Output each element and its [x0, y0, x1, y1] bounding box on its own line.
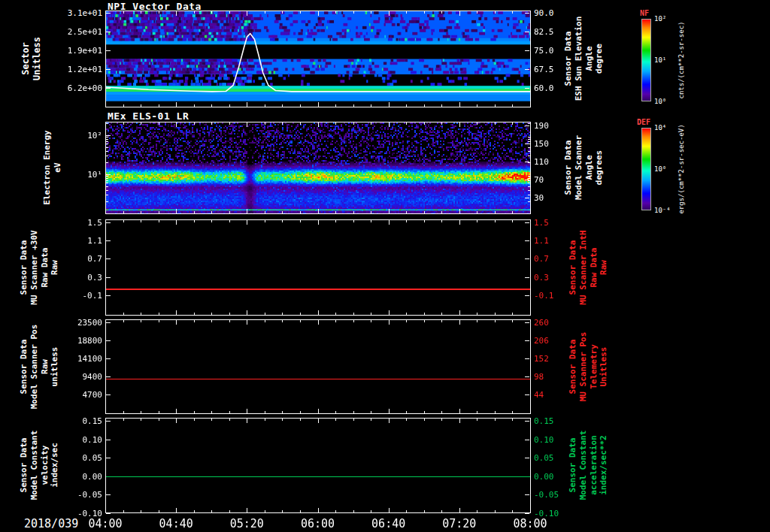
tick-mark [123, 220, 124, 222]
tick-mark [441, 211, 442, 213]
y-axis-label-sector: Sector Unitless [20, 37, 43, 80]
tick-mark [282, 320, 283, 322]
tick-mark [106, 141, 108, 142]
tick-mark [335, 220, 336, 222]
tick-mark [194, 411, 195, 413]
tick-mark [247, 310, 247, 315]
mu-scanner-line-panel [105, 219, 531, 316]
x-axis-tick-label: 05:20 [230, 517, 264, 530]
tick-mark [247, 419, 247, 423]
y-axis-label-electron-energy: Electron Energy eV [42, 130, 63, 204]
tick-mark [525, 240, 529, 241]
colorbar-def-unit-label: ergs/(cm**2-sr-sec-eV) [678, 124, 686, 213]
y-axis-tick-label: 0.10 [534, 435, 554, 445]
y-axis-tick-label: 206 [534, 336, 549, 346]
tick-mark [300, 510, 301, 512]
tick-mark [106, 494, 111, 495]
colorbar-def-title: DEF [637, 118, 650, 126]
tick-mark [106, 137, 108, 138]
tick-mark [424, 122, 425, 125]
y-axis-tick-label: 0.3 [50, 273, 102, 283]
tick-mark [371, 104, 371, 107]
tick-mark [406, 104, 407, 107]
y-axis-tick-label: 60.0 [534, 83, 554, 93]
tick-mark [424, 313, 425, 315]
tick-mark [459, 310, 460, 315]
tick-mark [441, 320, 442, 322]
tick-mark [106, 32, 111, 32]
tick-mark [176, 102, 177, 107]
tick-mark [194, 320, 195, 322]
tick-mark [106, 394, 111, 395]
tick-mark [406, 411, 407, 413]
y-axis-tick-label: 4700 [50, 390, 102, 400]
tick-mark [106, 178, 108, 179]
tick-mark [159, 313, 159, 315]
tick-mark [495, 313, 496, 315]
tick-mark [106, 322, 111, 323]
tick-mark [282, 211, 283, 213]
y-axis-tick-label: 0.3 [534, 273, 549, 283]
tick-mark [105, 11, 106, 16]
tick-mark [530, 409, 531, 413]
tick-mark [106, 151, 108, 152]
tick-mark [106, 156, 108, 156]
tick-mark [194, 419, 195, 421]
tick-mark [141, 320, 141, 322]
tick-mark [528, 151, 530, 152]
tick-mark [282, 313, 283, 315]
tick-mark [106, 240, 111, 241]
tick-mark [194, 211, 195, 213]
tick-mark [229, 510, 230, 512]
tick-mark [176, 220, 177, 225]
y-axis-tick-label: -0.1 [534, 291, 554, 301]
tick-mark [525, 32, 529, 32]
colorbar-tick-label: 10⁰ [654, 98, 666, 105]
tick-mark [282, 419, 283, 421]
tick-mark [300, 211, 301, 213]
tick-mark [353, 510, 354, 512]
tick-mark [282, 122, 283, 125]
tick-mark [300, 11, 301, 14]
tick-mark [528, 195, 530, 195]
tick-mark [318, 409, 319, 413]
tick-mark [459, 209, 460, 213]
tick-mark [525, 277, 529, 278]
tick-mark [229, 104, 230, 107]
tick-mark [477, 104, 477, 107]
y-axis-tick-label: 10² [50, 131, 102, 141]
y-axis-tick-label: 18800 [50, 336, 102, 346]
y-axis-tick-label: 152 [534, 354, 549, 364]
y-axis-tick-label: 67.5 [534, 65, 554, 74]
tick-mark [424, 220, 425, 222]
tick-mark [495, 411, 496, 413]
tick-mark [247, 209, 247, 213]
tick-mark [106, 222, 111, 223]
tick-mark [525, 513, 529, 514]
tick-mark [525, 340, 529, 341]
tick-mark [335, 320, 336, 322]
tick-mark [512, 211, 513, 213]
tick-mark [194, 11, 195, 14]
tick-mark [300, 220, 301, 222]
tick-mark [371, 419, 371, 421]
tick-mark [512, 419, 513, 421]
tick-mark [406, 510, 407, 512]
tick-mark [159, 510, 159, 512]
y-axis-tick-label: 1.9e+01 [50, 46, 102, 56]
tick-mark [211, 211, 212, 213]
tick-mark [247, 122, 247, 127]
tick-mark [477, 510, 477, 512]
tick-mark [300, 411, 301, 413]
tick-mark [525, 322, 529, 323]
tick-mark [335, 419, 336, 421]
tick-mark [525, 125, 529, 126]
tick-mark [300, 320, 301, 322]
tick-mark [282, 510, 283, 512]
tick-mark [477, 220, 477, 222]
els-spectrogram-canvas [106, 122, 530, 213]
tick-mark [530, 220, 531, 225]
tick-mark [477, 411, 477, 413]
tick-mark [335, 11, 336, 14]
tick-mark [123, 11, 124, 14]
